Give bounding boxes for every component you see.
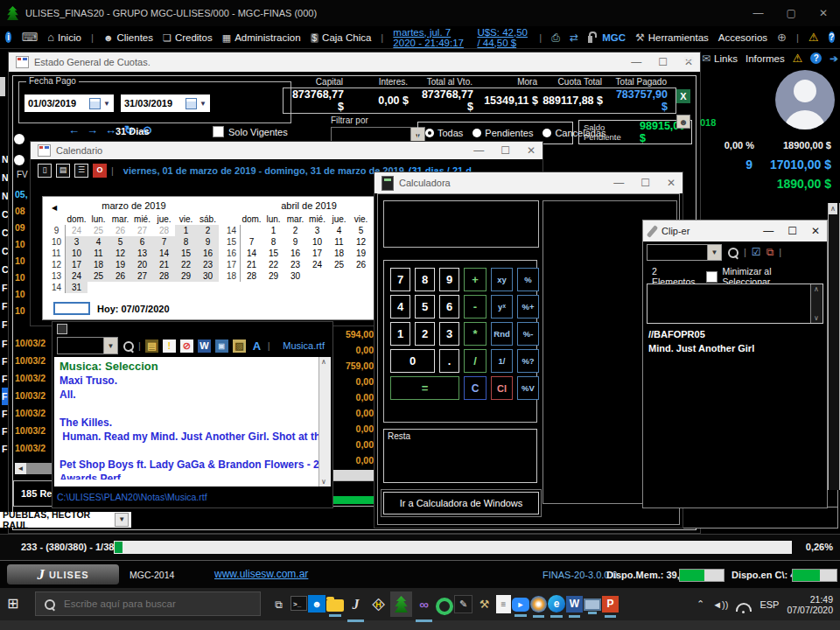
clock[interactable]: 21:49 07/07/2020: [787, 594, 833, 615]
day-cell[interactable]: 21: [241, 259, 262, 270]
document-app-icon[interactable]: ≡: [496, 595, 511, 613]
day-cell[interactable]: 7: [153, 236, 175, 248]
word-icon[interactable]: W: [566, 596, 583, 612]
day-cell[interactable]: 14: [241, 248, 262, 259]
close-icon[interactable]: ✕: [527, 144, 536, 157]
menu-clientes[interactable]: Clientes: [103, 32, 153, 44]
close-icon[interactable]: ✕: [819, 7, 828, 19]
day-cell[interactable]: [131, 282, 153, 293]
calc-key[interactable]: 0: [390, 349, 435, 373]
minimize-icon[interactable]: —: [753, 7, 764, 19]
day-cell[interactable]: 4: [328, 225, 350, 236]
menu-administracion[interactable]: Administracion: [222, 32, 301, 44]
wifi-icon[interactable]: [736, 603, 752, 612]
calculadora-titlebar[interactable]: Calculadora — ☐ ✕: [374, 172, 682, 193]
task-view-icon[interactable]: ⧉: [268, 592, 290, 617]
calc-key[interactable]: 3: [439, 322, 459, 346]
day-cell[interactable]: 27: [131, 225, 153, 236]
calc-key[interactable]: 9: [439, 268, 459, 291]
tools-app-icon[interactable]: ⚒: [473, 592, 495, 617]
calc-key[interactable]: Cl: [491, 376, 513, 400]
sync-icon[interactable]: [570, 32, 578, 44]
radio-marker[interactable]: [14, 155, 24, 165]
save-icon[interactable]: ▣: [215, 340, 228, 353]
printer-icon[interactable]: [551, 32, 560, 44]
v-scrollbar[interactable]: [828, 203, 840, 490]
calc-key[interactable]: .: [439, 349, 459, 373]
warning-icon[interactable]: [808, 31, 819, 44]
calc-key[interactable]: %+: [517, 295, 539, 318]
tray-expand-icon[interactable]: [696, 598, 704, 610]
maximize-icon[interactable]: ☐: [788, 225, 797, 237]
ulises-finas-active-icon[interactable]: [390, 592, 412, 617]
day-cell[interactable]: 9: [48, 225, 66, 236]
page-stop-icon[interactable]: ⊘: [180, 340, 193, 353]
checkbox-icon[interactable]: [213, 126, 224, 137]
day-cell[interactable]: 27: [131, 270, 153, 282]
calc-key[interactable]: %-: [517, 322, 539, 346]
powerpoint-icon[interactable]: P: [602, 596, 619, 612]
search-input[interactable]: [62, 598, 223, 610]
fecha-desde-input[interactable]: 01/03/2019 ▼: [24, 94, 114, 112]
font-icon[interactable]: A: [250, 340, 263, 353]
paste-list-icon[interactable]: ☑: [752, 246, 761, 258]
calc-key[interactable]: C: [464, 376, 486, 400]
maximize-icon[interactable]: ▢: [787, 7, 796, 19]
lock-icon[interactable]: [588, 36, 592, 43]
day-cell[interactable]: 22: [175, 259, 197, 270]
clip-filter-combo[interactable]: [647, 244, 722, 261]
day-cell[interactable]: 7: [241, 236, 262, 248]
day-cell[interactable]: 15: [262, 248, 284, 259]
pen-app-icon[interactable]: ✎: [454, 595, 472, 613]
day-cell[interactable]: 25: [328, 259, 350, 270]
day-cell[interactable]: 24: [66, 225, 88, 236]
day-cell[interactable]: 21: [153, 259, 175, 270]
day-cell[interactable]: 2: [284, 225, 306, 236]
day-cell[interactable]: 14: [153, 248, 175, 259]
calc-key[interactable]: +: [464, 268, 486, 291]
clip-item[interactable]: Mind. Just Another Girl: [648, 341, 815, 355]
day-cell[interactable]: 10: [66, 248, 88, 259]
day-cell[interactable]: [306, 270, 328, 282]
maximize-icon[interactable]: ☐: [658, 56, 668, 68]
stack-icon[interactable]: ⧉: [766, 246, 774, 258]
day-cell[interactable]: 28: [153, 270, 175, 282]
calc-key[interactable]: %?: [517, 349, 539, 373]
calc-key[interactable]: /: [464, 349, 486, 373]
cliper-titlebar[interactable]: Clip-er — ☐ ✕: [643, 220, 827, 242]
day-cell[interactable]: 17: [306, 248, 328, 259]
calc-key[interactable]: 2: [415, 322, 435, 346]
image-icon[interactable]: ▨: [233, 340, 246, 353]
radio-marker[interactable]: [14, 134, 24, 144]
excel-export-icon[interactable]: [676, 89, 690, 103]
checkbox-icon[interactable]: [706, 271, 718, 283]
dropdown-icon[interactable]: [115, 513, 129, 527]
day-cell[interactable]: 18: [88, 259, 109, 270]
day-cell[interactable]: 5: [350, 225, 372, 236]
menu-creditos[interactable]: Creditos: [163, 32, 213, 44]
day-cell[interactable]: 9: [197, 236, 219, 248]
day-cell[interactable]: 28: [241, 270, 262, 282]
record-icon[interactable]: O: [93, 164, 107, 178]
radio-icon[interactable]: [542, 129, 551, 137]
calc-key[interactable]: 8: [415, 268, 435, 291]
radio-icon[interactable]: [425, 129, 434, 137]
calc-key[interactable]: yˣ: [491, 295, 513, 318]
minimize-icon[interactable]: —: [763, 225, 774, 237]
day-cell[interactable]: 10: [306, 236, 328, 248]
view-week-icon[interactable]: ▤: [56, 164, 70, 178]
maximize-icon[interactable]: ☐: [640, 177, 650, 189]
open-folder-icon[interactable]: ▤: [145, 340, 158, 353]
day-cell[interactable]: 28: [153, 225, 175, 236]
day-cell[interactable]: 23: [284, 259, 306, 270]
calc-key[interactable]: *: [464, 322, 486, 346]
dropdown-icon[interactable]: ▼: [200, 100, 206, 108]
warning-icon[interactable]: [793, 52, 803, 65]
day-cell[interactable]: 13: [48, 270, 66, 282]
menu-caja-chica[interactable]: Caja Chica: [311, 32, 372, 44]
help-icon[interactable]: [829, 32, 835, 43]
menu-mgc[interactable]: MGC: [602, 32, 626, 43]
day-cell[interactable]: 15: [223, 236, 241, 248]
menu-herramientas[interactable]: Herramientas: [635, 32, 709, 44]
v-scrollbar[interactable]: [810, 284, 822, 323]
